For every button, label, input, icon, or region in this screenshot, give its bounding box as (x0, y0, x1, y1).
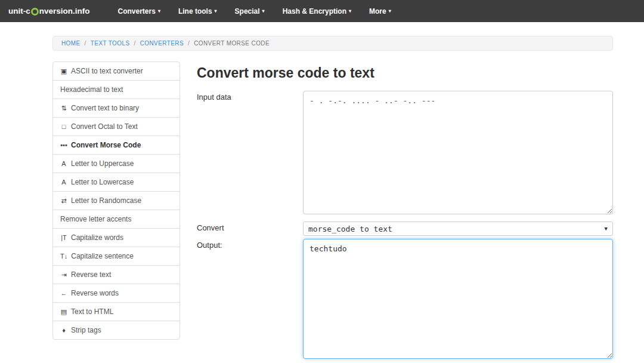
capitalize-words-icon: |T (60, 234, 67, 241)
page-container: HOME / TEXT TOOLS / CONVERTERS / CONVERT… (52, 36, 613, 363)
sidebar-item-label: Letter to Randomcase (71, 196, 141, 205)
morse-dots-icon: ••• (60, 141, 67, 149)
brand-text-prefix: unit-c (8, 7, 30, 16)
breadcrumb-separator: / (188, 40, 190, 47)
capitalize-sentence-icon: T↓ (60, 253, 67, 260)
convert-mode-value: morse_code to text (308, 224, 605, 233)
brand-logo[interactable]: unit-c nversion.info (8, 0, 90, 22)
sidebar-item-letter-to-randomcase[interactable]: ⇄ Letter to Randomcase (52, 191, 180, 210)
convert-field-wrapper: morse_code to text ▼ (303, 222, 613, 236)
sidebar-item-octal-to-text[interactable]: □ Convert Octal to Text (52, 117, 180, 136)
sidebar-item-label: Capitalize sentence (71, 252, 134, 260)
caret-down-icon: ▾ (389, 8, 391, 14)
sidebar-item-ascii-to-text[interactable]: ▣ ASCII to text converter (52, 61, 180, 81)
output-field-wrapper: techtudo (303, 239, 613, 361)
caret-down-icon: ▾ (349, 8, 351, 14)
page-title: Convert morse code to text (197, 65, 613, 81)
sidebar-item-label: Remove letter accents (60, 215, 131, 223)
brand-o-icon (31, 8, 39, 16)
text-to-html-icon: ▤ (60, 308, 67, 316)
sidebar-item-remove-letter-accents[interactable]: Remove letter accents (52, 210, 180, 229)
sidebar-item-label: Convert text to binary (71, 104, 139, 112)
sidebar-item-label: Reverse words (71, 289, 119, 297)
breadcrumb-link-converters[interactable]: CONVERTERS (140, 40, 184, 47)
sidebar-item-text-to-html[interactable]: ▤ Text to HTML (52, 302, 180, 321)
input-data-textarea[interactable]: - . -.-. .... - ..- -.. --- (303, 91, 613, 214)
sidebar-item-label: Letter to Lowercase (71, 178, 134, 186)
sidebar-item-hexadecimal-to-text[interactable]: Hexadecimal to text (52, 80, 180, 99)
sidebar-item-capitalize-words[interactable]: |T Capitalize words (52, 228, 180, 247)
input-field-wrapper: - . -.-. .... - ..- -.. --- (303, 91, 613, 217)
convert-label: Convert (197, 222, 303, 236)
sidebar-item-reverse-text[interactable]: ⇥ Reverse text (52, 265, 180, 284)
sidebar-item-label: Letter to Uppercase (71, 159, 134, 168)
nav-item-label: Hash & Encryption (283, 7, 346, 16)
top-navbar: unit-c nversion.info Converters ▾ Line t… (0, 0, 644, 22)
input-row: Input data - . -.-. .... - ..- -.. --- (197, 91, 613, 217)
breadcrumb-current: CONVERT MORSE CODE (194, 40, 270, 47)
tools-sidebar: ▣ ASCII to text converter Hexadecimal to… (52, 61, 180, 340)
sidebar-item-text-to-binary[interactable]: ⇅ Convert text to binary (52, 99, 180, 118)
nav-item-label: Special (235, 7, 260, 16)
output-row: Output: techtudo (197, 239, 613, 361)
input-data-label: Input data (197, 91, 303, 217)
brand-text-suffix: nversion.info (39, 7, 90, 16)
sidebar-item-label: Convert Morse Code (71, 141, 141, 149)
output-label: Output: (197, 239, 303, 361)
caret-down-icon: ▾ (215, 8, 217, 14)
sidebar-item-letter-to-uppercase[interactable]: A Letter to Uppercase (52, 154, 180, 173)
breadcrumb-separator: / (134, 40, 136, 47)
nav-item-hash-encryption[interactable]: Hash & Encryption ▾ (274, 0, 360, 22)
sidebar-item-label: Hexadecimal to text (60, 85, 123, 94)
breadcrumb-link-home[interactable]: HOME (61, 40, 80, 47)
sidebar-item-letter-to-lowercase[interactable]: A Letter to Lowercase (52, 173, 180, 192)
strip-tags-icon: ♦ (60, 327, 67, 334)
ascii-icon: ▣ (60, 67, 67, 75)
output-textarea[interactable]: techtudo (303, 239, 613, 359)
nav-item-special[interactable]: Special ▾ (226, 0, 274, 22)
nav-item-label: More (369, 7, 386, 16)
randomcase-shuffle-icon: ⇄ (60, 197, 67, 205)
convert-mode-select[interactable]: morse_code to text ▼ (303, 222, 613, 236)
sidebar-item-label: ASCII to text converter (71, 67, 143, 75)
binary-arrows-icon: ⇅ (60, 104, 67, 112)
breadcrumb-link-text-tools[interactable]: TEXT TOOLS (91, 40, 130, 47)
breadcrumb-separator: / (85, 40, 86, 47)
nav-item-label: Converters (118, 7, 156, 16)
converter-panel: Convert morse code to text Input data - … (180, 61, 613, 363)
content-row: ▣ ASCII to text converter Hexadecimal to… (52, 61, 613, 363)
sidebar-item-label: Strip tags (71, 326, 101, 334)
sidebar-item-convert-morse-code[interactable]: ••• Convert Morse Code (52, 136, 180, 155)
caret-down-icon: ▾ (158, 8, 160, 14)
convert-row: Convert morse_code to text ▼ (197, 222, 613, 236)
nav-item-converters[interactable]: Converters ▾ (109, 0, 169, 22)
select-caret-icon: ▼ (605, 226, 608, 232)
lowercase-letter-icon: A (60, 179, 67, 186)
uppercase-letter-icon: A (60, 160, 67, 167)
nav-item-more[interactable]: More ▾ (360, 0, 400, 22)
nav-item-label: Line tools (178, 7, 212, 16)
sidebar-item-label: Text to HTML (71, 307, 113, 316)
octal-icon: □ (60, 123, 67, 130)
sidebar-item-reverse-words[interactable]: ← Reverse words (52, 284, 180, 303)
reverse-words-icon: ← (60, 290, 67, 297)
caret-down-icon: ▾ (262, 8, 265, 14)
sidebar-item-strip-tags[interactable]: ♦ Strip tags (52, 321, 180, 340)
sidebar-item-label: Convert Octal to Text (71, 122, 138, 131)
nav-item-line-tools[interactable]: Line tools ▾ (169, 0, 226, 22)
reverse-text-icon: ⇥ (60, 271, 67, 279)
breadcrumb: HOME / TEXT TOOLS / CONVERTERS / CONVERT… (52, 36, 613, 51)
sidebar-item-label: Reverse text (71, 270, 111, 279)
nav-menu: Converters ▾ Line tools ▾ Special ▾ Hash… (109, 0, 400, 22)
sidebar-item-label: Capitalize words (71, 233, 123, 242)
sidebar-item-capitalize-sentence[interactable]: T↓ Capitalize sentence (52, 247, 180, 266)
